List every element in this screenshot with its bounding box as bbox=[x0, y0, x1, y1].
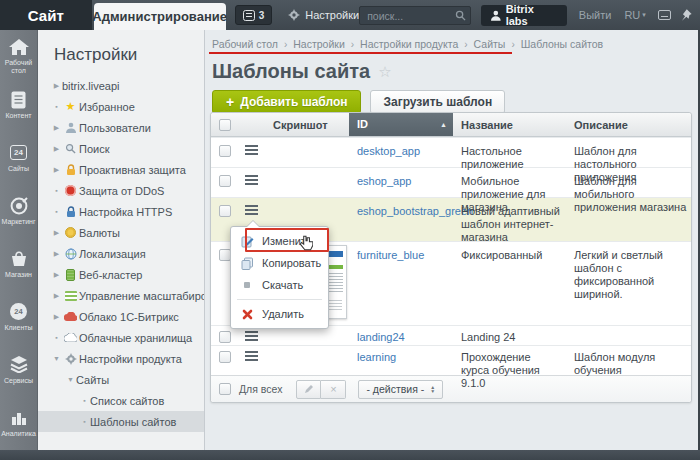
template-name: Фиксированный bbox=[453, 242, 566, 325]
tab-site[interactable]: Сайт bbox=[0, 0, 92, 30]
table-row-learning[interactable]: learning Прохождение курса обучения 9.1.… bbox=[211, 345, 691, 375]
collapsed-arrow-icon: ▶ bbox=[51, 82, 62, 90]
chevron-down-icon: ▾ bbox=[642, 11, 646, 19]
for-all-checkbox[interactable] bbox=[219, 383, 231, 395]
sidebar-item-web-cluster[interactable]: ▶ Веб-кластер bbox=[38, 264, 204, 285]
leaf-bullet-icon: ▪ bbox=[79, 397, 90, 404]
column-header-name[interactable]: Название bbox=[453, 113, 566, 136]
breadcrumb-link[interactable]: Сайты bbox=[474, 38, 506, 50]
template-id-link[interactable]: learning bbox=[357, 351, 396, 363]
context-menu-item-copy[interactable]: Копировать bbox=[231, 252, 328, 274]
breadcrumb-link[interactable]: Настройки продукта bbox=[360, 38, 458, 50]
context-menu-label: Удалить bbox=[262, 308, 304, 320]
toolbar: + Добавить шаблон Загрузить шаблон bbox=[212, 90, 505, 114]
row-actions-menu-icon[interactable] bbox=[245, 351, 258, 361]
cloud-gray-icon bbox=[62, 333, 79, 342]
sidebar-item-currencies[interactable]: ▶ Валюты bbox=[38, 222, 204, 243]
collapsed-arrow-icon: ▶ bbox=[51, 124, 62, 132]
row-actions-menu-icon[interactable] bbox=[245, 145, 258, 155]
context-menu-item-download[interactable]: Скачать bbox=[231, 274, 328, 296]
template-name: Настольное приложение bbox=[453, 138, 566, 167]
breadcrumb-link[interactable]: Настройки bbox=[293, 38, 345, 50]
rail-item-analytics[interactable]: Аналитика bbox=[0, 401, 37, 450]
sidebar-item-cloud-storage[interactable]: ▪ Облачные хранилища bbox=[38, 327, 204, 348]
row-actions-menu-icon[interactable] bbox=[245, 175, 258, 185]
ddos-shield-icon bbox=[62, 185, 79, 196]
favorite-star-icon[interactable]: ☆ bbox=[378, 63, 391, 81]
table-row-eshop-app[interactable]: eshop_app Мобильное приложение для магаз… bbox=[211, 167, 691, 197]
search-icon[interactable] bbox=[455, 10, 466, 21]
user-menu-button[interactable]: Bitrix labs bbox=[481, 5, 567, 26]
sidebar-item-proactive-protection[interactable]: ▶ Проактивная защита bbox=[38, 159, 204, 180]
delete-selected-button[interactable]: × bbox=[321, 380, 346, 399]
row-checkbox[interactable] bbox=[219, 351, 231, 363]
template-id-link[interactable]: landing24 bbox=[357, 331, 405, 343]
rail-item-content[interactable]: Контент bbox=[0, 83, 37, 136]
rail-label: Аналитика bbox=[0, 430, 38, 438]
home-icon bbox=[9, 39, 29, 55]
sidebar-item-search[interactable]: ▶ Поиск bbox=[38, 138, 204, 159]
annotation-rectangle bbox=[245, 228, 329, 252]
language-selector[interactable]: RU ▾ bbox=[624, 9, 645, 21]
rail-item-clients[interactable]: 24 Клиенты bbox=[0, 295, 37, 348]
pin-icon[interactable] bbox=[681, 9, 692, 21]
edit-selected-button[interactable] bbox=[296, 380, 321, 399]
for-all-label: Для всех bbox=[239, 383, 282, 395]
row-checkbox[interactable] bbox=[219, 331, 231, 343]
select-all-checkbox[interactable] bbox=[219, 119, 231, 131]
template-id-link[interactable]: desktop_app bbox=[357, 145, 420, 157]
breadcrumb-link[interactable]: Рабочий стол bbox=[212, 38, 278, 50]
row-actions-menu-icon[interactable] bbox=[245, 331, 258, 341]
column-header-description[interactable]: Описание bbox=[566, 113, 693, 136]
breadcrumb: Рабочий стол› Настройки› Настройки проду… bbox=[212, 38, 603, 50]
globe-icon bbox=[62, 248, 79, 260]
row-actions-menu-icon[interactable] bbox=[245, 205, 258, 215]
collapsed-arrow-icon: ▶ bbox=[51, 166, 62, 174]
table-row-desktop-app[interactable]: desktop_app Настольное приложение Шаблон… bbox=[211, 137, 691, 167]
breadcrumb-link[interactable]: Шаблоны сайтов bbox=[521, 38, 603, 50]
rail-label: Рабочий стол bbox=[0, 59, 38, 75]
cursor-hand-icon bbox=[299, 235, 313, 251]
rail-item-store[interactable]: Магазин bbox=[0, 242, 37, 295]
sidebar-item-https[interactable]: ▪ Настройка HTTPS bbox=[38, 201, 204, 222]
column-header-screenshot[interactable]: Скриншот bbox=[265, 113, 349, 136]
actions-dropdown-label: - действия - bbox=[366, 383, 424, 395]
sidebar-item-site-list[interactable]: ▪ Список сайтов bbox=[38, 390, 204, 411]
context-menu-item-delete[interactable]: Удалить bbox=[231, 303, 328, 325]
rail-item-sites[interactable]: 24 Сайты bbox=[0, 136, 37, 189]
column-header-id[interactable]: ID▲ bbox=[349, 113, 453, 136]
row-checkbox[interactable] bbox=[219, 205, 231, 217]
rail-item-services[interactable]: Сервисы bbox=[0, 348, 37, 401]
actions-dropdown[interactable]: - действия - ▲▼ bbox=[358, 380, 443, 399]
table-footer: Для всех × - действия - ▲▼ bbox=[211, 375, 691, 402]
rail-item-desktop[interactable]: Рабочий стол bbox=[0, 30, 37, 83]
row-checkbox[interactable] bbox=[219, 145, 231, 157]
breadcrumb-separator: › bbox=[351, 39, 354, 50]
sidebar-item-ddos[interactable]: ▪ Защита от DDoS bbox=[38, 180, 204, 201]
desktop-app-icon[interactable] bbox=[658, 10, 672, 20]
sidebar-item-favorites[interactable]: ▪ ★ Избранное bbox=[38, 96, 204, 117]
notifications-button[interactable]: 3 bbox=[235, 5, 273, 25]
sidebar-item-localization[interactable]: ▶ Локализация bbox=[38, 243, 204, 264]
template-id-link[interactable]: eshop_app bbox=[357, 175, 411, 187]
sidebar-item-product-settings[interactable]: ▼ Настройки продукта bbox=[38, 348, 204, 369]
tab-admin[interactable]: Администрирование bbox=[94, 3, 226, 30]
upload-template-button[interactable]: Загрузить шаблон bbox=[370, 90, 505, 114]
template-name: Новый адаптивный шаблон интернет-магазин… bbox=[453, 198, 566, 241]
notification-bubble-icon bbox=[243, 10, 255, 21]
sidebar-item-users[interactable]: ▶ Пользователи bbox=[38, 117, 204, 138]
sidebar-item-bitrix-liveapi[interactable]: ▶ bitrix.liveapi bbox=[38, 75, 204, 96]
sidebar-item-cloud-1c[interactable]: ▶ Облако 1С-Битрикс bbox=[38, 306, 204, 327]
rail-label: Клиенты bbox=[0, 324, 38, 332]
row-checkbox[interactable] bbox=[219, 175, 231, 187]
sidebar-item-scaling[interactable]: ▶ Управление масштабированием bbox=[38, 285, 204, 306]
logout-link[interactable]: Выйти bbox=[579, 9, 612, 21]
topbar-settings-button[interactable]: Настройки bbox=[288, 9, 359, 21]
add-template-button[interactable]: + Добавить шаблон bbox=[212, 90, 361, 114]
rail-item-marketing[interactable]: Маркетинг bbox=[0, 189, 37, 242]
annotation-underline bbox=[209, 52, 512, 54]
breadcrumb-separator: › bbox=[511, 39, 514, 50]
template-id-link[interactable]: furniture_blue bbox=[357, 249, 424, 261]
sidebar-item-sites[interactable]: ▼ Сайты bbox=[38, 369, 204, 390]
sidebar-item-site-templates[interactable]: ▪ Шаблоны сайтов bbox=[38, 411, 204, 432]
